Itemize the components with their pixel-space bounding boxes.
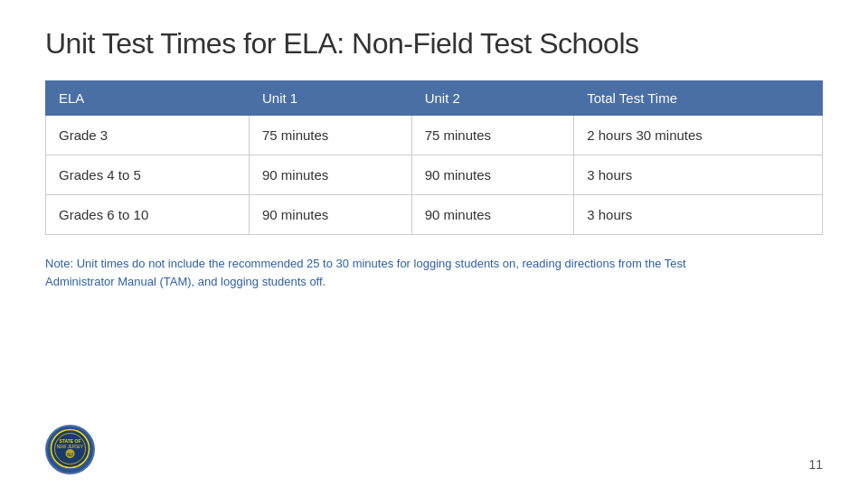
col-header-total: Total Test Time — [574, 81, 823, 116]
col-header-ela: ELA — [46, 81, 250, 116]
table-row: Grades 6 to 10 90 minutes 90 minutes 3 h… — [46, 195, 823, 235]
data-table: ELA Unit 1 Unit 2 Total Test Time Grade … — [45, 80, 823, 235]
unit2-cell: 75 minutes — [411, 116, 574, 155]
grade-cell: Grades 4 to 5 — [46, 155, 250, 195]
table-row: Grade 3 75 minutes 75 minutes 2 hours 30… — [46, 116, 823, 155]
note-text: Note: Unit times do not include the reco… — [45, 255, 750, 290]
grade-cell: Grade 3 — [46, 116, 250, 155]
page: Unit Test Times for ELA: Non-Field Test … — [0, 0, 868, 488]
total-cell: 3 hours — [574, 195, 823, 235]
svg-text:NEW JERSEY: NEW JERSEY — [57, 445, 83, 449]
table-header-row: ELA Unit 1 Unit 2 Total Test Time — [46, 81, 823, 116]
total-cell: 2 hours 30 minutes — [574, 116, 823, 155]
col-header-unit1: Unit 1 — [250, 81, 412, 116]
col-header-unit2: Unit 2 — [411, 81, 574, 116]
state-seal: STATE OF NEW JERSEY NJ — [45, 425, 95, 474]
unit1-cell: 90 minutes — [250, 155, 412, 195]
unit1-cell: 90 minutes — [250, 195, 412, 235]
grade-cell: Grades 6 to 10 — [46, 195, 250, 235]
page-title: Unit Test Times for ELA: Non-Field Test … — [45, 27, 823, 61]
total-cell: 3 hours — [574, 155, 823, 195]
seal-circle: STATE OF NEW JERSEY NJ — [45, 425, 95, 474]
table-row: Grades 4 to 5 90 minutes 90 minutes 3 ho… — [46, 155, 823, 195]
unit2-cell: 90 minutes — [411, 155, 574, 195]
svg-text:NJ: NJ — [67, 451, 73, 456]
unit1-cell: 75 minutes — [250, 116, 412, 155]
seal-inner: STATE OF NEW JERSEY NJ — [47, 426, 93, 474]
page-number: 11 — [808, 457, 823, 472]
unit2-cell: 90 minutes — [411, 195, 574, 235]
svg-text:STATE OF: STATE OF — [60, 438, 81, 444]
